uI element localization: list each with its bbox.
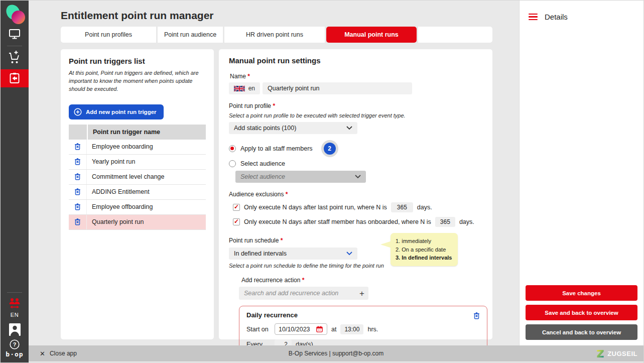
- add-recurrence-icon[interactable]: +: [359, 289, 364, 298]
- company-logo-icon[interactable]: [6, 5, 26, 25]
- table-row[interactable]: Employee offboarding: [69, 200, 206, 215]
- tooltip-option-1: 1. immediately: [396, 237, 453, 246]
- delete-trigger-button[interactable]: [69, 185, 87, 199]
- triggers-panel-description: At this point, Point run triggers are de…: [69, 69, 206, 93]
- footer-support-text: B-Op Services | support@b-op.com: [289, 350, 383, 357]
- schedule-options-tooltip: 1. immediately 2. On a specific date 3. …: [391, 233, 458, 266]
- recurrence-label: Add recurrence action *: [241, 277, 482, 284]
- table-row[interactable]: Yearly point run: [69, 155, 206, 170]
- chevron-down-icon: [355, 175, 361, 179]
- audience-select-disabled[interactable]: Select audience: [235, 171, 366, 183]
- schedule-section: Point run schedule * In defined interval…: [229, 237, 482, 269]
- delete-trigger-button[interactable]: [69, 215, 87, 229]
- table-row[interactable]: Commitment level change: [69, 170, 206, 185]
- start-date-input[interactable]: 10/10/2023: [275, 323, 327, 335]
- step-badge: 2: [324, 143, 336, 155]
- trash-x-icon: [73, 172, 82, 181]
- table-row-selected[interactable]: Quarterly point run: [69, 215, 206, 230]
- sidebar-item-shop[interactable]: [1, 50, 29, 66]
- language-indicator[interactable]: EN: [1, 312, 29, 318]
- close-app-button[interactable]: ✕ Close app: [40, 350, 77, 357]
- trigger-name: Employee offboarding: [87, 203, 206, 210]
- svg-text:?: ?: [13, 341, 17, 347]
- exclusion-days-input-1[interactable]: 365: [391, 202, 413, 212]
- tab-manual-point-runs[interactable]: Manual point runs: [326, 27, 417, 43]
- delete-trigger-button[interactable]: [69, 200, 87, 214]
- logo-circle-shape: [12, 11, 25, 24]
- exclusion-row-1: Only execute N days after last point run…: [233, 202, 482, 212]
- delete-recurrence-button[interactable]: [472, 311, 481, 320]
- trigger-name: ADDING Entitlement: [87, 188, 206, 195]
- sidebar-divider: [7, 292, 22, 293]
- help-icon: ?: [9, 339, 20, 350]
- table-row[interactable]: Employee onboarding: [69, 140, 206, 155]
- at-word: at: [331, 326, 336, 333]
- sidebar-item-point-run-manager-active[interactable]: [1, 69, 29, 87]
- table-row[interactable]: ADDING Entitlement: [69, 185, 206, 200]
- triggers-panel-title: Point run triggers list: [69, 57, 206, 65]
- trash-x-icon: [73, 157, 82, 166]
- chevron-down-icon: [346, 126, 352, 130]
- exclusion-text-1: Only execute N days after last point run…: [244, 204, 387, 211]
- sidebar-item-staff-exchange[interactable]: [1, 297, 29, 310]
- sidebar-item-profile[interactable]: [1, 323, 29, 336]
- exclusion-row-2: Only execute N days after staff member h…: [233, 217, 482, 227]
- zugseil-brand: ZUGSEIL: [596, 349, 637, 358]
- action-buttons: Save changes Save and back to overview C…: [526, 285, 637, 340]
- sidebar-item-desktop[interactable]: [1, 28, 29, 40]
- start-label: Start on: [246, 326, 271, 333]
- save-changes-button[interactable]: Save changes: [526, 285, 637, 301]
- language-code: en: [248, 85, 255, 92]
- settings-panel-title: Manual point run settings: [229, 56, 482, 65]
- bop-logo: b·op: [1, 350, 29, 358]
- name-input[interactable]: [263, 82, 412, 94]
- cancel-back-button[interactable]: Cancel and back to overview: [526, 324, 637, 340]
- start-time-input[interactable]: 13:00: [340, 324, 363, 334]
- tab-point-run-audience[interactable]: Point run audience: [158, 27, 223, 43]
- zugseil-z-icon: [596, 349, 604, 358]
- radio-select-audience[interactable]: [229, 160, 236, 167]
- radio-apply-all[interactable]: [229, 145, 236, 152]
- language-selector[interactable]: en: [229, 82, 260, 94]
- trigger-name: Yearly point run: [87, 158, 206, 165]
- trash-x-icon: [73, 187, 82, 196]
- add-trigger-button[interactable]: Add new point run trigger: [69, 104, 164, 119]
- tab-point-run-profiles[interactable]: Point run profiles: [61, 27, 156, 43]
- triggers-table: Point run trigger name Employee onboardi…: [69, 125, 206, 230]
- exclusion-checkbox-1[interactable]: [233, 204, 240, 211]
- details-header: Details: [529, 13, 643, 21]
- recurrence-search-input[interactable]: [240, 288, 359, 299]
- window-bottom-edge: [29, 361, 643, 362]
- delete-trigger-button[interactable]: [69, 170, 87, 184]
- menu-icon[interactable]: [529, 14, 538, 21]
- profile-select-value: Add static points (100): [234, 125, 296, 132]
- exclusions-label: Audience exclusions *: [229, 191, 482, 198]
- exclusion-suffix-2: days.: [459, 218, 474, 225]
- profile-select[interactable]: Add static points (100): [229, 122, 357, 134]
- schedule-select[interactable]: In defined intervals: [229, 248, 357, 260]
- radio-select-audience-row: Select audience: [229, 160, 482, 167]
- name-field-row: en: [229, 82, 482, 94]
- details-title: Details: [545, 13, 568, 21]
- app-window: EN ? b·op Entitlement point run manager …: [0, 0, 644, 363]
- audience-select-placeholder: Select audience: [240, 173, 285, 180]
- trash-x-icon: [73, 142, 82, 151]
- tooltip-option-2: 2. On a specific date: [396, 246, 453, 254]
- exclusion-checkbox-2[interactable]: [233, 218, 240, 225]
- hrs-word: hrs.: [367, 326, 378, 333]
- delete-trigger-button[interactable]: [69, 155, 87, 169]
- exclusion-suffix-1: days.: [417, 204, 432, 211]
- delete-trigger-button[interactable]: [69, 140, 87, 154]
- sidebar-item-help[interactable]: ?: [1, 339, 29, 350]
- radio-apply-all-row: Apply to all staff members 2: [229, 143, 482, 155]
- trigger-name: Quarterly point run: [87, 218, 206, 225]
- add-trigger-button-label: Add new point run trigger: [86, 109, 157, 115]
- trash-x-icon: [73, 202, 82, 211]
- radio-apply-all-label: Apply to all staff members: [240, 145, 313, 152]
- plus-circle-icon: [74, 108, 82, 116]
- tab-hr-driven-point-runs[interactable]: HR driven point runs: [224, 27, 325, 43]
- save-back-button[interactable]: Save and back to overview: [526, 305, 637, 320]
- uk-flag-icon: [234, 85, 245, 92]
- exclusion-days-input-2[interactable]: 365: [435, 217, 455, 227]
- app-sidebar: EN ? b·op: [1, 1, 29, 362]
